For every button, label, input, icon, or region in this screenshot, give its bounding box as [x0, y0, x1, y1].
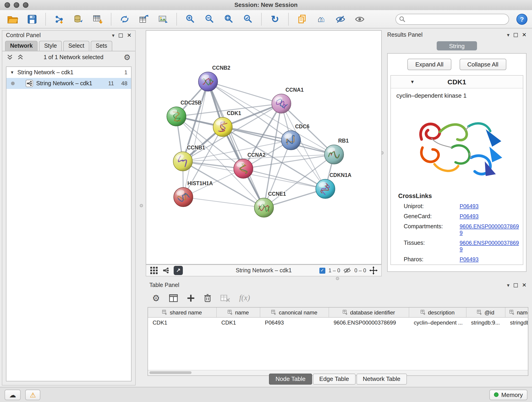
import-network-file-button[interactable] — [51, 11, 67, 27]
table-options-gear-icon[interactable]: ⚙ — [152, 294, 160, 302]
panel-close-icon[interactable]: ✕ — [127, 32, 132, 38]
table-cell[interactable]: stringdb — [505, 318, 528, 328]
import-table-button[interactable] — [89, 11, 106, 27]
panel-float-icon[interactable] — [514, 33, 518, 37]
show-all-button[interactable] — [351, 11, 368, 27]
table-cell[interactable]: CDK1 — [217, 318, 260, 328]
export-image-button[interactable] — [155, 11, 171, 27]
network-edge[interactable] — [183, 82, 208, 197]
table-arrow-icon — [139, 14, 149, 24]
cloud-status-button[interactable]: ☁ — [5, 389, 21, 400]
import-network-database-button[interactable] — [70, 11, 87, 27]
detach-view-button[interactable]: ↗ — [174, 266, 183, 275]
collapse-all-icon[interactable] — [7, 54, 13, 61]
network-node-ccna1[interactable] — [272, 94, 291, 113]
tab-sets[interactable]: Sets — [91, 41, 112, 51]
tab-network[interactable]: Network — [5, 41, 38, 51]
section-collapse-icon[interactable]: ▼ — [410, 79, 415, 84]
crosslink-pharos-link[interactable]: P06493 — [460, 256, 481, 263]
table-cell[interactable]: P06493 — [260, 318, 329, 328]
export-table-button[interactable] — [136, 11, 152, 27]
zoom-fit-button[interactable] — [220, 11, 237, 27]
warnings-button[interactable]: ⚠ — [25, 389, 41, 400]
panel-close-icon[interactable]: ✕ — [522, 32, 526, 38]
show-columns-icon[interactable] — [169, 294, 178, 302]
column-header-database-identifier[interactable]: database identifier — [329, 307, 409, 317]
tab-string[interactable]: String — [437, 41, 477, 51]
table-cell[interactable]: CDK1 — [148, 318, 217, 328]
network-options-gear-icon[interactable]: ⚙ — [124, 53, 131, 61]
selected-checkbox-icon[interactable]: ✓ — [319, 268, 325, 274]
column-type-icon — [477, 310, 482, 315]
save-session-button[interactable] — [24, 11, 40, 27]
network-edge[interactable] — [208, 82, 264, 208]
column-header--id[interactable]: @id — [467, 307, 505, 317]
tab-node-table[interactable]: Node Table — [269, 374, 312, 385]
crosslink-tissues-link[interactable]: 9606.ENSP00000378699 — [460, 240, 523, 253]
horizontal-splitter-handle[interactable] — [336, 277, 339, 280]
crosslink-compartments-link[interactable]: 9606.ENSP00000378699 — [460, 223, 523, 236]
crosslinks-title: CrossLinks — [391, 187, 523, 201]
column-header-description[interactable]: description — [409, 307, 467, 317]
panel-menu-icon[interactable]: ▾ — [112, 33, 114, 38]
network-node-ccnb2[interactable] — [198, 72, 218, 91]
network-node-rb1[interactable] — [324, 145, 344, 164]
zoom-in-button[interactable] — [182, 11, 198, 27]
zoom-selected-button[interactable] — [240, 11, 256, 27]
pan-crosshair-icon[interactable] — [369, 266, 378, 274]
open-session-button[interactable] — [5, 11, 21, 27]
table-row[interactable]: CDK1CDK1P064939606.ENSP00000378699cyclin… — [148, 318, 528, 328]
tab-edge-table[interactable]: Edge Table — [313, 374, 355, 385]
table-cell[interactable]: 9606.ENSP00000378699 — [329, 318, 409, 328]
network-row[interactable]: String Network – cdk1 11 48 — [6, 78, 131, 89]
overview-button[interactable]: ⌂⌂ — [313, 11, 329, 27]
panel-menu-icon[interactable]: ▾ — [507, 283, 510, 288]
network-edge[interactable] — [183, 197, 264, 208]
network-node-cdk1[interactable] — [213, 117, 232, 137]
column-header-canonical-name[interactable]: canonical name — [260, 307, 329, 317]
refresh-button[interactable]: ↻ — [267, 11, 283, 27]
network-tools-button[interactable] — [116, 11, 133, 27]
tab-style[interactable]: Style — [39, 41, 62, 51]
help-button[interactable]: ? — [516, 13, 527, 25]
crosslink-uniprot-link[interactable]: P06493 — [460, 203, 481, 210]
delete-column-icon[interactable] — [204, 294, 211, 302]
toolbar-separator — [177, 13, 177, 26]
hide-selected-button[interactable] — [332, 11, 349, 27]
column-header-shared-name[interactable]: shared name — [148, 307, 217, 317]
panel-float-icon[interactable] — [514, 283, 518, 287]
network-node-cdc6[interactable] — [281, 131, 301, 150]
network-edge[interactable] — [208, 82, 281, 104]
expand-all-button[interactable]: Expand All — [408, 59, 451, 70]
table-cell[interactable]: stringdb:9... — [467, 318, 505, 328]
network-node-count: 11 — [108, 80, 114, 87]
panel-float-icon[interactable] — [119, 33, 123, 37]
panel-close-icon[interactable]: ✕ — [522, 282, 526, 288]
network-node-hist1h1a[interactable] — [174, 187, 193, 207]
help-icon: ? — [520, 15, 524, 23]
table-body: CDK1CDK1P064939606.ENSP00000378699cyclin… — [148, 318, 528, 328]
column-header-namespac[interactable]: namespac — [505, 307, 528, 317]
memory-button[interactable]: Memory — [489, 389, 527, 400]
network-node-ccna2[interactable] — [234, 159, 253, 178]
zoom-out-button[interactable] — [201, 11, 218, 27]
crosslink-genecard-link[interactable]: P06493 — [460, 213, 481, 220]
panel-menu-icon[interactable]: ▾ — [507, 32, 510, 37]
tab-network-table[interactable]: Network Table — [356, 374, 407, 385]
network-edge[interactable] — [208, 82, 334, 154]
expand-all-icon[interactable] — [17, 54, 23, 61]
gene-section-header[interactable]: ▼ CDK1 — [391, 76, 523, 89]
tab-select[interactable]: Select — [63, 41, 89, 51]
vertical-splitter-handle[interactable] — [140, 204, 143, 207]
search-input[interactable] — [395, 13, 509, 25]
copy-document-button[interactable] — [294, 11, 310, 27]
column-header-name[interactable]: name — [217, 307, 260, 317]
grid-view-icon[interactable] — [150, 266, 158, 274]
network-collection-row[interactable]: ▼ String Network – cdk1 1 — [6, 67, 131, 78]
collapse-all-button[interactable]: Collapse All — [460, 59, 506, 70]
collection-expand-icon[interactable]: ▼ — [10, 70, 14, 75]
network-canvas[interactable]: CCNB2CCNA1CDC25BCDK1CDC6RB1CCNB1CCNA2CDK… — [146, 31, 381, 264]
network-view-icon[interactable] — [162, 266, 170, 274]
table-cell[interactable]: cyclin–dependent ... — [409, 318, 467, 328]
add-column-icon[interactable] — [187, 294, 195, 302]
